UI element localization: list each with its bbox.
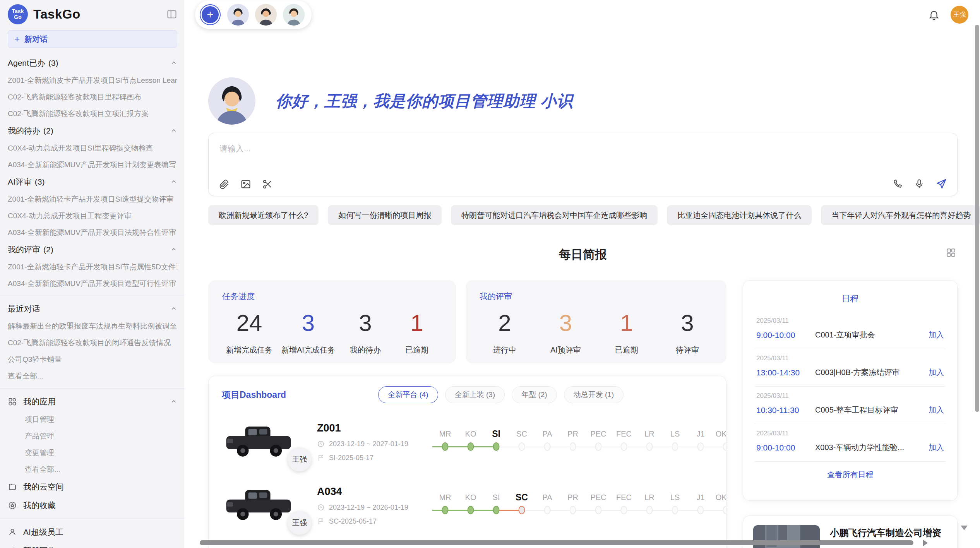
send-button[interactable] <box>935 178 947 190</box>
topbar-right: 王强 <box>928 6 968 24</box>
suggestion-chip[interactable]: 特朗普可能对进口汽车增税会对中国车企造成哪些影响 <box>451 205 658 225</box>
project-dates: 2023-12-19 ~ 2026-01-19 <box>317 503 432 512</box>
suggestion-chip[interactable]: 如何写一份清晰的项目周报 <box>328 205 442 225</box>
app-item-project-mgmt[interactable]: 项目管理 <box>8 411 177 428</box>
milestone-oktb: OKTB <box>713 426 726 457</box>
conversation-item[interactable]: 公司Q3轻卡销量 <box>8 351 177 368</box>
dashboard-title: 项目Dashboard <box>222 389 286 401</box>
milestone-mr: MR <box>432 490 458 521</box>
group-header-recent[interactable]: 最近对话 <box>8 300 177 318</box>
view-all-schedule-link[interactable]: 查看所有日程 <box>755 469 946 480</box>
agent-avatar-3[interactable] <box>283 4 305 26</box>
sidebar-item-my-apps[interactable]: 我的应用 <box>8 392 177 411</box>
scroll-down-arrow-icon[interactable] <box>961 526 968 530</box>
sidebar-item-ai-employee[interactable]: AI超级员工 <box>8 523 177 541</box>
conversation-item[interactable]: A034-全新新能源MUV产品开发项目造型可行性评审 <box>8 275 177 292</box>
suggestion-chip[interactable]: 当下年轻人对汽车外观有怎样的喜好趋势 <box>821 205 980 225</box>
stat-value: 24 <box>226 310 272 336</box>
user-avatar[interactable]: 王强 <box>951 6 968 24</box>
chevron-up-icon <box>170 60 177 67</box>
project-row[interactable]: 王强 Z001 2023-12-19 ~ 2027-01-19 <box>222 417 713 467</box>
join-link[interactable]: 加入 <box>929 367 944 378</box>
project-row[interactable]: 王强 A034 2023-12-19 ~ 2026-01-19 <box>222 481 713 530</box>
milestone-si: SI <box>483 490 509 521</box>
stat-value: 1 <box>605 310 648 336</box>
sidebar-item-help-me-write[interactable]: 帮我写作 <box>8 541 177 548</box>
tab-powertrain[interactable]: 动总开发 (1) <box>564 386 624 403</box>
milestone-lr: LR <box>637 426 662 457</box>
join-link[interactable]: 加入 <box>929 330 944 340</box>
suggestion-chip[interactable]: 比亚迪全固态电池计划具体说了什么 <box>667 205 812 225</box>
suggestion-chip[interactable]: 欧洲新规最近颁布了什么? <box>208 205 319 225</box>
milestone-ko: KO <box>458 490 483 521</box>
sidebar-collapse-button[interactable] <box>166 9 177 20</box>
truck-image <box>222 484 295 527</box>
insert-image-button[interactable] <box>240 179 251 190</box>
app-item-change-mgmt[interactable]: 变更管理 <box>8 444 177 461</box>
microphone-button[interactable] <box>914 178 925 189</box>
view-all-conversations[interactable]: 查看全部... <box>8 368 177 384</box>
join-link[interactable]: 加入 <box>929 405 944 415</box>
event-time: 10:30-11:30 <box>756 406 815 415</box>
tab-new-platform[interactable]: 全新平台 (4) <box>378 386 438 403</box>
app-item-product-mgmt[interactable]: 产品管理 <box>8 428 177 444</box>
mic-icon <box>914 178 925 189</box>
composer-left-icons <box>219 179 273 190</box>
event-date: 2025/03/11 <box>756 392 944 400</box>
join-link[interactable]: 加入 <box>929 442 944 453</box>
flag-icon <box>317 517 325 525</box>
stat-label: 待评审 <box>666 345 709 355</box>
sidebar-item-favorites[interactable]: 我的收藏 <box>8 496 177 515</box>
conversation-item[interactable]: C02-飞腾新能源轻客改款项目立项汇报方案 <box>8 105 177 122</box>
group-header-agent-done[interactable]: Agent已办 (3) <box>8 54 177 72</box>
conversation-item[interactable]: C0X4-动力总成开发项目工程变更评审 <box>8 207 177 224</box>
attach-button[interactable] <box>219 179 230 190</box>
group-title: 我的待办 <box>8 125 40 136</box>
conversation-item[interactable]: A034-全新新能源MUV产品开发项目计划变更表编写 <box>8 156 177 173</box>
conversation-item[interactable]: Z001-全新燃油轻卡产品开发项目SI节点属性5D文件评审 <box>8 259 177 275</box>
sidebar-item-cloud-space[interactable]: 我的云空间 <box>8 478 177 496</box>
chevron-up-icon <box>170 305 177 312</box>
project-info: Z001 2023-12-19 ~ 2027-01-19 SI-2025-05-… <box>317 422 432 462</box>
conversation-item[interactable]: C0X4-动力总成开发项目SI里程碑提交物检查 <box>8 140 177 156</box>
project-code: A034 <box>317 486 432 498</box>
view-all-apps[interactable]: 查看全部... <box>8 461 177 478</box>
group-header-ai-review[interactable]: AI评审 (3) <box>8 173 177 191</box>
composer[interactable]: 请输入... <box>208 133 958 196</box>
app-window: Task Go TaskGo + 新对话 Agent已办 (3) Z001-全新… <box>0 0 980 548</box>
conversation-item[interactable]: C02-飞腾新能源轻客改款项目里程碑画布 <box>8 89 177 105</box>
new-chat-button[interactable]: + 新对话 <box>8 30 177 48</box>
flag-label: SC-2025-05-17 <box>329 517 377 526</box>
notifications-button[interactable] <box>928 9 940 21</box>
layout-switch-button[interactable] <box>946 248 956 258</box>
stats-row: 任务进度 24 新增完成任务 3 新增AI完成任务 <box>208 280 726 363</box>
conversation-item[interactable]: 解释最新出台的欧盟报废车法规再生塑料比例被调至15%... <box>8 318 177 334</box>
group-title: 我的评审 <box>8 244 40 255</box>
vertical-scrollbar[interactable] <box>975 25 979 412</box>
stat-value: 3 <box>281 310 335 336</box>
milestone-pec: PEC <box>586 490 611 521</box>
conversation-item[interactable]: Z001-全新燃油皮卡产品开发项目SI节点Lesson Learn报告 <box>8 72 177 89</box>
voice-call-button[interactable] <box>892 178 903 189</box>
horizontal-scrollbar[interactable] <box>200 540 913 545</box>
conversation-item[interactable]: Z001-全新燃油轻卡产品开发项目SI造型提交物评审 <box>8 191 177 207</box>
date-range: 2023-12-19 ~ 2027-01-19 <box>329 440 408 448</box>
scroll-right-arrow-icon[interactable] <box>923 539 928 546</box>
milestone-fec: FEC <box>611 426 637 457</box>
stat-value: 3 <box>544 310 587 336</box>
conversation-item[interactable]: C02-飞腾新能源轻客改款项目的闭环通告反馈情况 <box>8 334 177 351</box>
snippet-button[interactable] <box>262 179 273 190</box>
scissors-icon <box>262 179 273 190</box>
agent-avatar-group: + <box>195 0 312 29</box>
project-milestone-flag: SC-2025-05-17 <box>317 517 432 526</box>
group-header-my-review[interactable]: 我的评审 (2) <box>8 241 177 259</box>
agent-avatar-2[interactable] <box>255 4 277 26</box>
tab-model-year[interactable]: 年型 (2) <box>512 386 557 403</box>
group-header-my-todo[interactable]: 我的待办 (2) <box>8 122 177 140</box>
conversation-item[interactable]: A034-全新新能源MUV产品开发项目法规符合性评审 <box>8 224 177 241</box>
tab-new-body[interactable]: 全新上装 (3) <box>445 386 505 403</box>
add-agent-button[interactable]: + <box>202 6 219 23</box>
milestone-sc: SC <box>509 426 535 457</box>
flag-label: SI-2025-05-17 <box>329 454 373 462</box>
agent-avatar-1[interactable] <box>227 4 249 26</box>
